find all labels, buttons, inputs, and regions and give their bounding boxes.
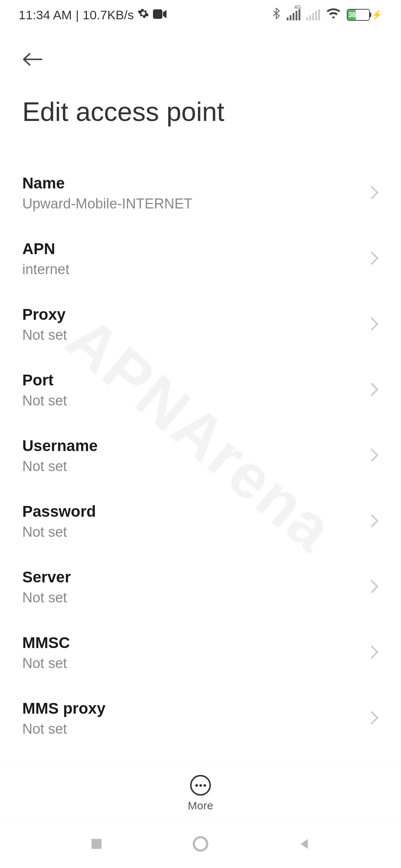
status-netspeed: 10.7KB/s [83,8,134,22]
status-time: 11:34 AM [19,8,72,22]
chevron-right-icon [370,710,379,727]
back-nav-button[interactable] [294,834,315,854]
setting-value: Not set [22,655,70,671]
back-button[interactable] [22,48,45,70]
setting-value: Not set [22,393,67,409]
chevron-right-icon [370,513,379,530]
setting-label: MMSC [22,634,70,652]
battery-level: 38 [348,10,356,20]
bottom-action-bar: More [0,763,401,820]
wifi-icon [326,7,341,22]
chevron-right-icon [370,251,379,267]
header: Edit access point [0,30,401,127]
setting-row-mmsc[interactable]: MMSC Not set [0,620,401,685]
signal-icon-1: 4G [287,9,300,20]
chevron-right-icon [370,448,379,464]
setting-label: Password [22,503,96,520]
setting-row-mms-proxy[interactable]: MMS proxy Not set [0,685,401,751]
setting-row-apn[interactable]: APN internet [0,226,401,292]
setting-label: Proxy [22,306,67,323]
svg-rect-0 [153,9,162,19]
setting-label: APN [22,240,69,258]
setting-row-proxy[interactable]: Proxy Not set [0,292,401,357]
setting-row-password[interactable]: Password Not set [0,489,401,554]
system-nav-bar [0,820,401,868]
bluetooth-icon [272,7,281,22]
setting-value: Not set [22,524,96,540]
chevron-right-icon [370,579,379,595]
page-title: Edit access point [22,96,379,127]
video-icon [153,8,167,22]
chevron-right-icon [370,645,379,661]
setting-label: Port [22,371,67,389]
home-button[interactable] [190,834,211,854]
chevron-right-icon [370,185,379,201]
setting-label: Name [22,174,192,192]
setting-label: Username [22,437,98,455]
signal-icon-2 [306,9,320,20]
more-label: More [188,799,213,812]
gear-icon [137,7,149,22]
setting-value: Not set [22,458,98,474]
setting-label: Server [22,568,71,586]
setting-row-server[interactable]: Server Not set [0,554,401,620]
svg-rect-1 [92,839,102,849]
chevron-right-icon [370,382,379,398]
status-bar: 11:34 AM | 10.7KB/s 4G [0,0,401,30]
settings-list: Name Upward-Mobile-INTERNET APN internet… [0,160,401,751]
status-right: 4G 38 ⚡ [272,7,382,22]
status-left: 11:34 AM | 10.7KB/s [19,7,167,22]
recent-apps-button[interactable] [86,834,107,854]
setting-value: Not set [22,327,67,343]
setting-value: Not set [22,590,71,606]
chevron-right-icon [370,316,379,333]
setting-row-username[interactable]: Username Not set [0,423,401,489]
battery-indicator: 38 ⚡ [347,9,382,21]
setting-value: Upward-Mobile-INTERNET [22,196,192,212]
setting-row-port[interactable]: Port Not set [0,357,401,423]
svg-point-2 [194,837,207,851]
charging-icon: ⚡ [371,10,382,20]
setting-value: internet [22,262,69,277]
setting-value: Not set [22,721,105,737]
more-button[interactable] [190,775,211,796]
setting-row-name[interactable]: Name Upward-Mobile-INTERNET [0,160,401,226]
setting-label: MMS proxy [22,700,105,717]
